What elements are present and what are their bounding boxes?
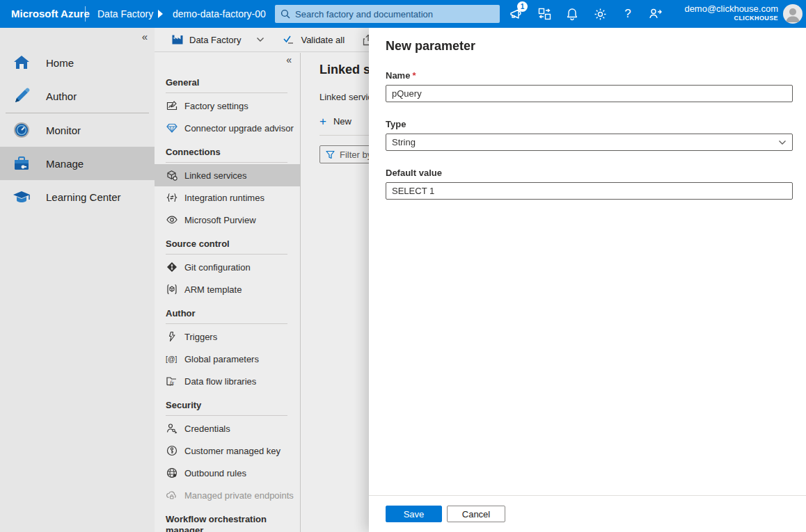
azure-brand[interactable]: Microsoft Azure bbox=[11, 0, 90, 28]
notifications-bell-button[interactable] bbox=[558, 0, 586, 28]
type-dropdown-value: String bbox=[392, 137, 416, 147]
topbar-divider bbox=[85, 6, 86, 22]
breadcrumb-app[interactable]: Data Factory bbox=[97, 0, 153, 28]
save-button[interactable]: Save bbox=[386, 506, 442, 522]
required-asterisk: * bbox=[412, 70, 416, 81]
flyout-footer: Save Cancel bbox=[369, 495, 806, 532]
help-button[interactable]: ? bbox=[614, 0, 642, 28]
topbar-icons: 1 ? bbox=[503, 0, 670, 28]
search-icon bbox=[280, 9, 290, 19]
announcements-button[interactable]: 1 bbox=[503, 0, 530, 28]
avatar[interactable] bbox=[783, 4, 803, 24]
type-label: Type bbox=[386, 119, 793, 129]
account-info[interactable]: demo@clickhouse.com CLICKHOUSE bbox=[684, 0, 778, 28]
name-label: Name* bbox=[386, 70, 793, 81]
name-field[interactable] bbox=[386, 85, 793, 102]
breadcrumb-caret-icon bbox=[158, 10, 163, 18]
switch-resource-button[interactable] bbox=[530, 0, 558, 28]
notification-badge: 1 bbox=[517, 1, 528, 12]
chevron-down-icon bbox=[778, 140, 787, 145]
settings-gear-button[interactable] bbox=[586, 0, 614, 28]
flyout-scrim bbox=[0, 28, 369, 532]
type-dropdown[interactable]: String bbox=[386, 134, 793, 151]
new-parameter-flyout: New parameter Name* Type String Default … bbox=[369, 28, 806, 532]
default-value-label: Default value bbox=[386, 168, 793, 178]
default-value-field[interactable] bbox=[386, 182, 793, 200]
cancel-button[interactable]: Cancel bbox=[447, 506, 505, 522]
breadcrumb-factory-name: demo-data-factory-00 bbox=[173, 0, 266, 28]
search-input[interactable] bbox=[295, 9, 494, 19]
feedback-button[interactable] bbox=[642, 0, 670, 28]
top-bar: Microsoft Azure Data Factory demo-data-f… bbox=[0, 0, 806, 28]
name-label-text: Name bbox=[386, 70, 410, 81]
account-email: demo@clickhouse.com bbox=[684, 3, 778, 15]
account-tenant: CLICKHOUSE bbox=[684, 15, 778, 22]
global-search[interactable] bbox=[275, 5, 500, 23]
flyout-title: New parameter bbox=[386, 39, 793, 54]
